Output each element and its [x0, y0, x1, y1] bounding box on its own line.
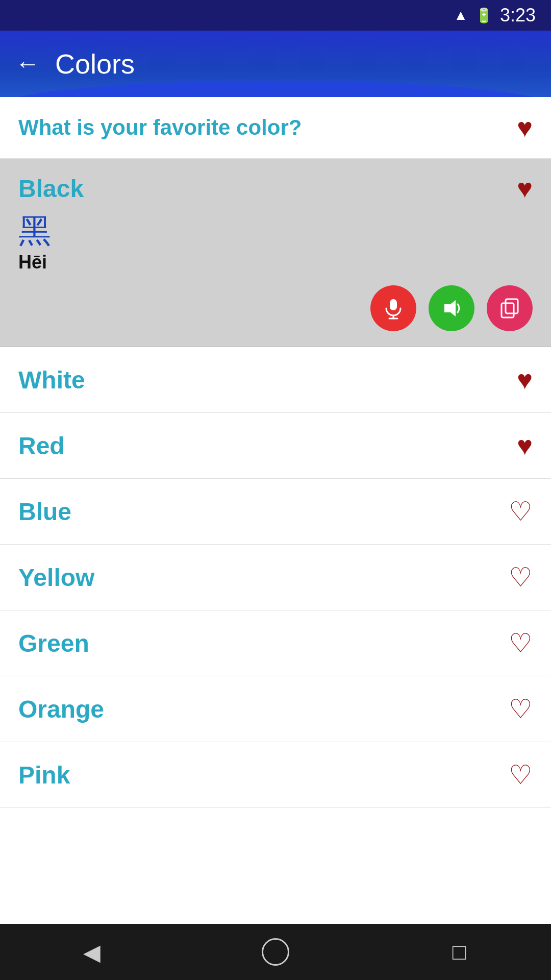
list-item-favorite-button[interactable]: ♡	[509, 760, 533, 790]
question-favorite-button[interactable]: ♥	[517, 112, 533, 143]
question-text: What is your favorite color?	[18, 115, 302, 140]
expanded-item-black[interactable]: Black ♥ 黑 Hēi	[0, 159, 551, 347]
expanded-item-label: Black	[18, 175, 84, 203]
list-item-label: White	[18, 366, 85, 394]
list-item-label: Orange	[18, 695, 104, 723]
app-bar: ← Colors	[0, 31, 551, 97]
copy-button[interactable]	[487, 285, 533, 331]
list-item-favorite-button[interactable]: ♥	[517, 364, 533, 395]
app-bar-title: Colors	[55, 48, 135, 80]
expanded-item-favorite-button[interactable]: ♥	[517, 173, 533, 204]
list-item-favorite-button[interactable]: ♥	[517, 430, 533, 461]
status-time: 3:23	[500, 5, 536, 26]
question-row[interactable]: What is your favorite color? ♥	[0, 97, 551, 159]
svg-rect-0	[390, 299, 397, 310]
pinyin-text: Hēi	[18, 252, 533, 273]
list-item[interactable]: White♥	[0, 347, 551, 413]
chinese-character: 黑	[18, 213, 533, 249]
nav-recent-button[interactable]: □	[434, 926, 485, 977]
list-item-label: Red	[18, 432, 65, 460]
action-buttons	[18, 285, 533, 331]
expanded-item-header: Black ♥	[18, 173, 533, 204]
list-item[interactable]: Red♥	[0, 413, 551, 479]
nav-home-circle	[262, 938, 289, 966]
list-item[interactable]: Green♡	[0, 610, 551, 676]
list-item-favorite-button[interactable]: ♡	[509, 496, 533, 527]
svg-marker-3	[444, 300, 456, 316]
list-item-label: Yellow	[18, 564, 94, 592]
list-item-favorite-button[interactable]: ♡	[509, 628, 533, 658]
battery-icon: 🔋	[475, 7, 493, 24]
status-icons: ▲ 🔋 3:23	[454, 5, 536, 26]
list-item-label: Pink	[18, 761, 70, 789]
nav-bar: ◀ □	[0, 924, 551, 980]
svg-rect-5	[506, 299, 518, 313]
back-button[interactable]: ←	[15, 52, 40, 76]
status-bar: ▲ 🔋 3:23	[0, 0, 551, 31]
list-item-label: Blue	[18, 498, 71, 526]
list-item[interactable]: Blue♡	[0, 479, 551, 545]
nav-home-button[interactable]	[250, 926, 301, 977]
list-item-label: Green	[18, 629, 89, 657]
list-item[interactable]: Orange♡	[0, 676, 551, 742]
sound-button[interactable]	[429, 285, 474, 331]
mic-button[interactable]	[370, 285, 416, 331]
svg-rect-4	[502, 303, 514, 317]
signal-icon: ▲	[454, 7, 468, 23]
list-item[interactable]: Pink♡	[0, 742, 551, 808]
nav-back-button[interactable]: ◀	[66, 926, 117, 977]
list-item-favorite-button[interactable]: ♡	[509, 562, 533, 593]
list-item[interactable]: Yellow♡	[0, 545, 551, 610]
list-item-favorite-button[interactable]: ♡	[509, 694, 533, 724]
color-list: White♥Red♥Blue♡Yellow♡Green♡Orange♡Pink♡	[0, 347, 551, 808]
